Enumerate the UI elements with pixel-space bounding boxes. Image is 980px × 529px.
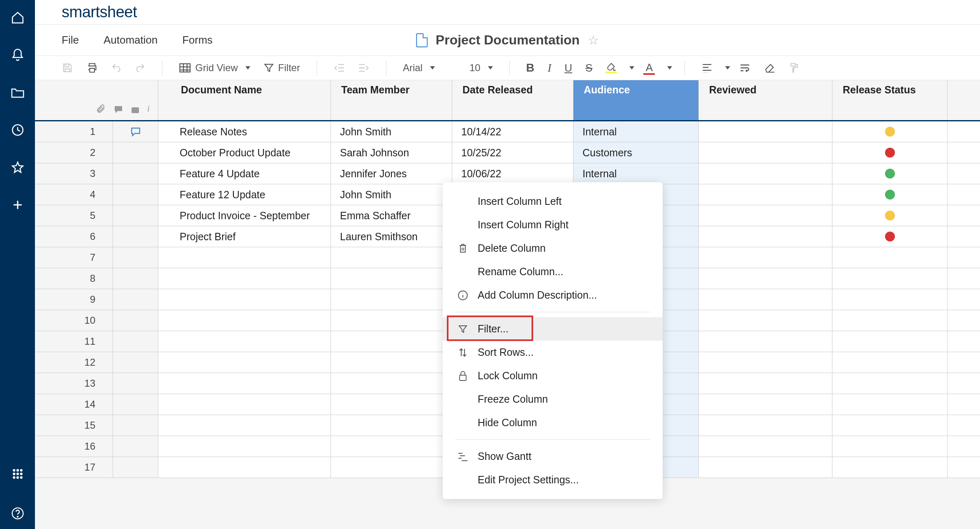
cell[interactable] [699,142,832,163]
cell[interactable] [699,121,832,142]
comment-icon[interactable] [130,127,141,137]
document-title[interactable]: Project Documentation [436,32,580,48]
cell[interactable] [158,310,331,331]
context-menu-item[interactable]: Delete Column [443,237,663,260]
column-header[interactable]: Release Status [832,80,948,120]
cell[interactable] [699,394,832,415]
row-number[interactable]: 7 [35,247,113,268]
attachment-icon[interactable] [96,104,106,114]
cell[interactable]: October Product Update [158,142,331,163]
cell[interactable]: Lauren Smithson [331,226,452,247]
cell[interactable] [331,457,452,478]
cell[interactable] [699,415,832,436]
apps-icon[interactable] [10,466,25,481]
context-menu-item[interactable]: Rename Column... [443,260,663,283]
help-icon[interactable] [10,506,25,521]
cell[interactable] [832,394,948,415]
cell[interactable] [699,310,832,331]
cell[interactable] [331,310,452,331]
cell[interactable] [832,436,948,457]
cell[interactable] [832,457,948,478]
cell[interactable] [331,436,452,457]
align-button[interactable] [697,60,717,75]
indent-button[interactable] [354,60,374,75]
format-painter-button[interactable] [784,60,804,76]
favorites-icon[interactable] [10,160,25,175]
row-number[interactable]: 10 [35,310,113,331]
cell[interactable] [331,373,452,394]
comment-icon[interactable] [113,105,123,114]
row-number[interactable]: 4 [35,184,113,205]
cell[interactable] [832,268,948,289]
cell[interactable] [699,331,832,352]
cell[interactable] [158,436,331,457]
cell[interactable] [699,373,832,394]
row-number[interactable]: 11 [35,331,113,352]
menu-forms[interactable]: Forms [182,34,213,46]
row-indicator-area[interactable] [113,289,158,310]
cell[interactable] [832,205,948,226]
cell[interactable] [832,226,948,247]
cell[interactable] [699,184,832,205]
cell[interactable]: Feature 12 Update [158,184,331,205]
cell[interactable]: Internal [573,121,699,142]
context-menu-item[interactable]: Sort Rows... [443,341,663,364]
cell[interactable] [699,289,832,310]
cell[interactable] [158,415,331,436]
wrap-button[interactable] [735,60,755,75]
cell[interactable] [158,352,331,373]
table-row[interactable]: 1Release NotesJohn Smith10/14/22Internal [35,121,980,142]
cell[interactable]: Release Notes [158,121,331,142]
cell[interactable] [699,226,832,247]
cell[interactable] [832,310,948,331]
cell[interactable] [699,268,832,289]
row-number[interactable]: 14 [35,394,113,415]
cell[interactable]: 10/06/22 [452,163,573,184]
column-header[interactable]: Audience [573,80,699,120]
context-menu-item[interactable]: Insert Column Left [443,190,663,213]
table-row[interactable]: 2October Product UpdateSarah Johnson10/2… [35,142,980,163]
cell[interactable] [699,457,832,478]
column-header[interactable]: Date Released [452,80,573,120]
row-number[interactable]: 3 [35,163,113,184]
cell[interactable] [158,373,331,394]
bold-button[interactable]: B [522,59,539,77]
cell[interactable] [832,121,948,142]
row-indicator-area[interactable] [113,142,158,163]
cell[interactable]: John Smith [331,121,452,142]
outdent-button[interactable] [329,60,349,75]
row-number[interactable]: 9 [35,289,113,310]
text-color-button[interactable]: A [639,59,659,77]
context-menu-item[interactable]: Hide Column [443,411,663,434]
redo-button[interactable] [131,60,150,76]
row-number[interactable]: 13 [35,373,113,394]
folder-icon[interactable] [10,85,25,100]
cell[interactable]: Customers [573,142,699,163]
cell[interactable]: Feature 4 Update [158,163,331,184]
column-header[interactable]: Reviewed [699,80,832,120]
row-indicator-area[interactable] [113,436,158,457]
row-indicator-area[interactable] [113,352,158,373]
row-number[interactable]: 12 [35,352,113,373]
row-indicator-area[interactable] [113,121,158,142]
row-indicator-area[interactable] [113,163,158,184]
cell[interactable] [832,289,948,310]
print-button[interactable] [82,60,102,76]
row-indicator-area[interactable] [113,205,158,226]
cell[interactable] [699,205,832,226]
row-indicator-area[interactable] [113,310,158,331]
row-indicator-area[interactable] [113,184,158,205]
row-number[interactable]: 17 [35,457,113,478]
cell[interactable] [832,247,948,268]
cell[interactable]: 10/14/22 [452,121,573,142]
cell[interactable] [158,457,331,478]
menu-file[interactable]: File [62,34,79,46]
cell[interactable] [331,331,452,352]
row-number[interactable]: 15 [35,415,113,436]
cell[interactable] [158,331,331,352]
cell[interactable] [832,373,948,394]
cell[interactable] [331,289,452,310]
fill-color-button[interactable] [601,60,621,76]
notifications-icon[interactable] [10,48,25,63]
context-menu-item[interactable]: Add Column Description... [443,283,663,307]
